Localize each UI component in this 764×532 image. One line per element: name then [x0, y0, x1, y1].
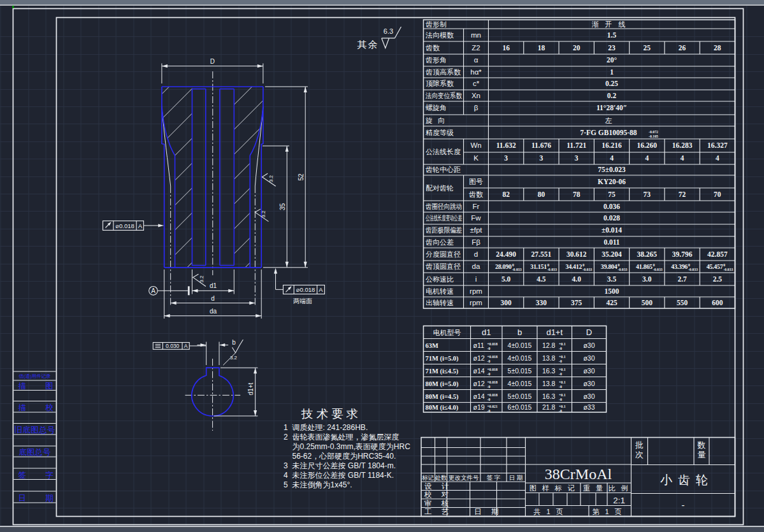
motor-b: 5±0.015 [508, 367, 532, 375]
gear-cell-value: 300 [501, 299, 512, 306]
gear-row-symbol: ±fpt [470, 226, 482, 234]
gear-cell-value: 45.457 [707, 263, 723, 270]
gear-row-label: 齿圈径向跳动 [425, 203, 462, 210]
gear-cell-tol-sup: 0 [512, 263, 514, 267]
gear-row-value: KY20-06 [598, 178, 626, 185]
datum-label: A [151, 287, 155, 294]
motor-d1: ø14 [473, 392, 485, 400]
motor-d1t-sup: +0.1 [559, 405, 566, 408]
tech-req-text: 未注形位公差按 GB/T 1184-K. [292, 471, 394, 480]
tech-requirements: 技术要求 1 调质处理: 241-286HB. 2 齿轮表面渗氮处理，渗氮层深度… [284, 407, 410, 489]
motor-d1t-sub: -0 [559, 385, 562, 389]
gear-cell-value: 4.0 [572, 275, 582, 283]
gear-row-tol-sup: -0.072 [649, 130, 658, 134]
motor-D: ø30 [583, 380, 595, 387]
gear-cell-value: 80 [538, 191, 545, 198]
motor-header: D [586, 327, 592, 337]
gear-cell-value: 425 [606, 299, 617, 306]
tech-req-text: 未注倒角为1x45°. [292, 480, 352, 489]
gear-parameter-table: 齿形制 渐开线 法向模数 mn 1.5 齿数 Z2 16 18 20 23 25… [424, 20, 735, 308]
tb-material: 38CrMoAl [545, 466, 612, 482]
gear-cell-value: 35.204 [602, 250, 622, 258]
motor-d1-sup: +0.018 [487, 380, 498, 384]
arrowhead [257, 64, 263, 68]
tb-sig-label: 校 对 [424, 491, 452, 498]
gear-cell-value: 5.0 [501, 275, 511, 283]
gear-row-value: 左 [605, 117, 619, 124]
gear-cell-tol-sub: -0.033 [688, 268, 698, 271]
gear-row-symbol: da [472, 262, 480, 270]
tech-req-no: 3 [284, 461, 288, 470]
tb-scale-value: 2:1 [613, 496, 625, 505]
gear-cell-value: 600 [712, 299, 723, 306]
motor-D: ø30 [583, 367, 595, 375]
gear-row-symbol: c* [473, 80, 480, 87]
margin-label: 借(通)用件记录 [19, 373, 51, 379]
arrowhead [249, 301, 255, 305]
motor-d1t-sub: -0 [559, 359, 562, 363]
gear-cell-value: 11.632 [496, 141, 516, 149]
dim-label-d1: d1 [210, 282, 217, 289]
motor-model: 63M [426, 342, 439, 349]
motor-model: 71M (i≤4.5) [426, 368, 459, 375]
tech-req-title: 技术要求 [301, 407, 361, 421]
motor-d1t-sub: -0 [559, 372, 562, 376]
gear-row-label: 出轴转速 [426, 299, 454, 306]
gear-row-label: 法向模数 [425, 31, 454, 39]
motor-d1-sub: -0 [487, 409, 491, 413]
motor-d1t: 21.8 [542, 403, 556, 411]
gear-cell-value: 41.865 [636, 263, 652, 270]
arrowhead [164, 314, 170, 317]
fcf-left-tolerance: ⌀0.018 [115, 222, 134, 229]
gear-row-symbol: 图号 [469, 178, 483, 185]
gear-row-label: 公法线长度 [426, 148, 461, 155]
motor-D: ø33 [583, 403, 595, 411]
arrowhead [162, 64, 168, 68]
gear-row-label: 齿形制 [425, 20, 447, 28]
gear-row-label: 分度圆直径 [426, 250, 461, 258]
arrowhead [219, 343, 225, 347]
arrowhead [285, 146, 289, 152]
gear-cell-tol-sup: 0 [547, 263, 549, 267]
dim-label-d1t: d1+t [247, 382, 254, 395]
gear-row-value: ±0.014 [602, 226, 622, 234]
gear-row-symbol: rpm [470, 299, 482, 306]
tb-rev-header: 标记 [421, 474, 434, 481]
gear-cell-value: 27.551 [531, 250, 552, 258]
gear-row-symbol: K [473, 154, 479, 162]
gear-cell-value: 3 [504, 154, 508, 162]
gear-row-label: 公法线长度变动公差 [426, 214, 462, 222]
dim-label-D: D [210, 58, 215, 65]
tb-qty-label: 数量 [697, 440, 706, 460]
gear-row-label: 齿形角 [425, 56, 447, 64]
dim-label-d: d [211, 295, 215, 302]
tb-batch-label: 批次 [635, 440, 644, 460]
motor-d1t: 16.3 [542, 392, 556, 400]
gear-cell-value: 73 [644, 191, 651, 198]
tb-date-label: 日 期 [474, 508, 502, 515]
tech-req-text: 为0.25mm-0.3mm,表面硬度为HRC [292, 442, 411, 451]
dim-label-35: 35 [279, 203, 286, 211]
gear-cell-value: 3.0 [642, 275, 652, 283]
gear-cell-value: 75 [608, 191, 616, 198]
motor-d1t: 13.8 [542, 354, 556, 362]
motor-table: 电机型号 d1 b d1+t D 63M ø11 +0.018 -0 4±0.0… [424, 326, 607, 413]
arrowhead [285, 262, 289, 268]
motor-model: 80M (i=4.5) [426, 393, 459, 401]
gear-row-symbol: rpm [470, 287, 482, 295]
gear-cell-value: 16.260 [637, 141, 657, 149]
motor-d1t: 16.3 [542, 367, 556, 375]
tb-sig-label: 工 艺 [424, 508, 452, 515]
hatch-left-group [0, 83, 372, 274]
motor-d1-sub: -0 [487, 372, 491, 376]
tb-scale-label: 比 例 [609, 484, 630, 492]
gear-row-label: 齿顶圆直径 [425, 262, 461, 270]
gear-row-label: 齿向公差 [425, 238, 454, 246]
gear-row-symbol: Fr [473, 203, 480, 210]
gear-row-value: 7-FG GB10095-88 [580, 129, 637, 136]
gear-cell-value: 2.7 [677, 275, 687, 283]
gear-cell-value: 82 [502, 191, 510, 198]
gear-row-label: 齿数 [425, 44, 440, 52]
hatch-right [65, 83, 430, 274]
gear-row-value: 0.011 [603, 238, 619, 246]
